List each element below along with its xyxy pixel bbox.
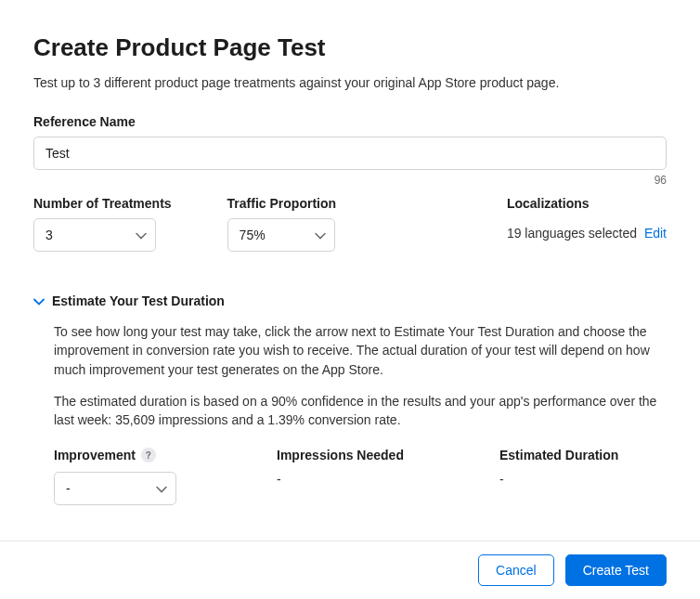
- modal-footer: Cancel Create Test: [0, 540, 700, 599]
- page-title: Create Product Page Test: [33, 33, 667, 62]
- estimate-description-2: The estimated duration is based on a 90%…: [54, 392, 667, 430]
- improvement-label: Improvement: [54, 448, 136, 462]
- localizations-label: Localizations: [507, 196, 667, 211]
- char-remaining: 96: [33, 174, 667, 187]
- traffic-select[interactable]: 75%: [227, 218, 335, 252]
- cancel-button[interactable]: Cancel: [478, 554, 554, 586]
- page-subtitle: Test up to 3 different product page trea…: [33, 75, 667, 90]
- edit-localizations-link[interactable]: Edit: [644, 226, 667, 241]
- impressions-needed-value: -: [277, 472, 444, 487]
- improvement-select[interactable]: -: [54, 472, 176, 505]
- estimate-description-1: To see how long your test may take, clic…: [54, 322, 667, 379]
- estimate-toggle[interactable]: Estimate Your Test Duration: [33, 293, 667, 309]
- estimated-duration-label: Estimated Duration: [499, 448, 667, 462]
- impressions-needed-label: Impressions Needed: [277, 448, 444, 462]
- reference-name-label: Reference Name: [33, 114, 667, 129]
- reference-name-input[interactable]: [33, 137, 667, 170]
- estimated-duration-value: -: [499, 472, 667, 487]
- treatments-select[interactable]: 3: [33, 218, 156, 252]
- help-icon[interactable]: ?: [141, 448, 156, 462]
- treatments-label: Number of Treatments: [33, 196, 172, 211]
- estimate-title: Estimate Your Test Duration: [52, 293, 225, 308]
- localizations-text: 19 languages selected: [507, 226, 637, 241]
- create-test-button[interactable]: Create Test: [565, 554, 667, 586]
- chevron-down-icon: [33, 293, 45, 309]
- traffic-label: Traffic Proportion: [227, 196, 336, 211]
